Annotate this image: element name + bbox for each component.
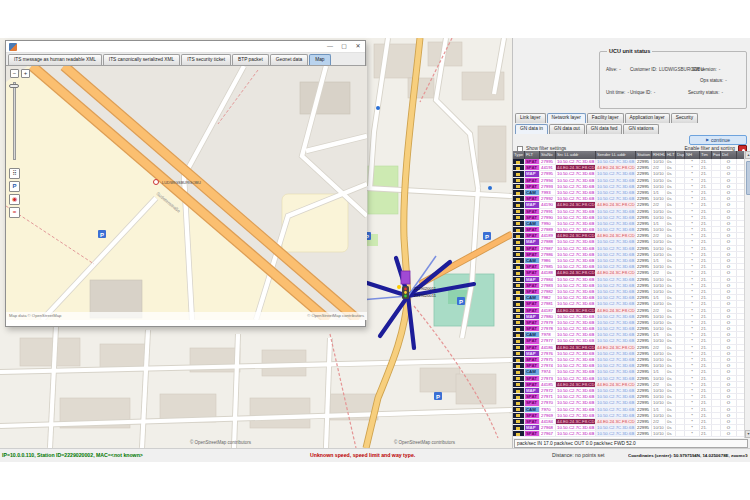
table-cell: *	[685, 332, 700, 337]
table-cell	[676, 413, 685, 418]
table-cell	[712, 184, 721, 189]
column-header[interactable]: Station	[636, 151, 652, 159]
table-cell: 10.50.C2.7C.3D.6B	[596, 400, 636, 405]
table-cell: *	[685, 425, 700, 430]
table-cell	[676, 431, 685, 436]
zoom-slider-knob[interactable]	[9, 84, 19, 88]
table-cell: 22995	[636, 369, 652, 374]
table-scrollbar[interactable]: ▲ ▼	[744, 151, 750, 438]
table-cell: O	[721, 295, 737, 300]
popup-map[interactable]: Sudetenstraße LUDWIGSBURGOBU P − + ⠿ P ◉…	[6, 66, 367, 320]
table-cell: 10/10	[652, 264, 666, 269]
tab-its-canonically-serialized-xml[interactable]: ITS canonically serialized XML	[103, 54, 180, 65]
table-cell: 0s	[666, 209, 676, 214]
table-cell: 27981	[540, 301, 556, 306]
column-header[interactable]: Fwd	[712, 151, 721, 159]
target-button[interactable]: ◉	[9, 194, 20, 205]
rsu-marker[interactable]	[154, 180, 159, 185]
message-type-badge: SPAT	[525, 159, 540, 164]
table-cell: 1/1	[652, 258, 666, 263]
tab-its-security-ticket[interactable]: ITS security ticket	[181, 54, 231, 65]
warning-status: Unknown speed, speed limit and way type.	[310, 449, 415, 462]
scroll-up-icon[interactable]: ▲	[745, 151, 750, 159]
ucu-field: Unit time:-	[606, 90, 629, 95]
table-cell: 22995	[636, 178, 652, 183]
tab-facility-layer[interactable]: Facility layer	[587, 113, 624, 123]
tab-gn-data-out[interactable]: GN data out	[549, 124, 585, 134]
table-cell: O	[721, 196, 737, 201]
packet-type-icon	[513, 178, 525, 183]
scrollbar-thumb[interactable]	[746, 161, 750, 195]
message-type-badge: SPAT	[525, 178, 540, 183]
routes-button[interactable]: =	[9, 207, 20, 218]
packet-type-icon	[513, 357, 525, 362]
message-type-badge: MAP	[525, 314, 540, 319]
table-cell: O	[721, 289, 737, 294]
column-header[interactable]: RH/HL	[652, 151, 666, 159]
zoom-in-button[interactable]: +	[21, 69, 30, 78]
table-cell: 10.50.C2.7C.3D.6B	[596, 326, 636, 331]
scroll-down-icon[interactable]: ▼	[745, 430, 750, 438]
table-cell: 10/10	[652, 400, 666, 405]
column-header[interactable]: Type	[513, 151, 525, 159]
table-cell: 10.50.C2.7C.3D.6B	[556, 357, 596, 362]
table-cell: 10.50.C2.7C.3D.6B	[556, 431, 596, 436]
layers-button[interactable]: ⠿	[9, 168, 20, 179]
tab-its-message-as-human-readable-xml[interactable]: ITS message as human readable XML	[8, 54, 102, 65]
zoom-slider[interactable]	[13, 82, 16, 160]
table-cell: 10/10	[652, 283, 666, 288]
close-button[interactable]: ✕	[351, 41, 365, 53]
table-cell	[676, 264, 685, 269]
column-header[interactable]: FLT	[525, 151, 540, 159]
table-cell: *	[685, 239, 700, 244]
tab-gn-stations[interactable]: GN stations	[623, 124, 658, 134]
column-header[interactable]: StaNo	[540, 151, 556, 159]
tab-btp-packet[interactable]: BTP packet	[232, 54, 269, 65]
table-cell: 21.	[700, 382, 712, 387]
table-cell: 10.50.C2.7C.3D.6B	[596, 252, 636, 257]
tab-application-layer[interactable]: Application layer	[625, 113, 670, 123]
field-value: -	[725, 78, 727, 83]
zoom-out-button[interactable]: −	[10, 69, 19, 78]
table-cell	[676, 407, 685, 412]
column-header[interactable]: Src LL addr	[556, 151, 596, 159]
tab-gn-data-in[interactable]: GN data in	[515, 124, 548, 134]
tab-network-layer[interactable]: Network layer	[547, 113, 586, 123]
packet-type-icon	[513, 277, 525, 282]
table-cell: O	[721, 202, 737, 207]
maximize-button[interactable]: ▢	[337, 41, 351, 53]
continue-button[interactable]: ▶ continue	[689, 135, 747, 146]
ucu-field: SW version:-	[692, 67, 720, 72]
table-cell: 21.	[700, 171, 712, 176]
table-cell: 2/2	[652, 308, 666, 313]
column-header[interactable]: Dup	[676, 151, 685, 159]
table-cell: 27976	[540, 351, 556, 356]
column-header[interactable]: Sender LL addr	[596, 151, 636, 159]
tab-map[interactable]: Map	[309, 54, 330, 65]
station-marker[interactable]	[401, 271, 410, 284]
table-cell: 0s	[666, 264, 676, 269]
table-cell: O	[721, 190, 737, 195]
packet-table[interactable]: SPAT2799510.50.C2.7C.3D.6B10.50.C2.7C.3D…	[513, 159, 744, 438]
table-cell: 7970	[540, 407, 556, 412]
parking-layer-button[interactable]: P	[9, 181, 20, 192]
column-header[interactable]: NH	[685, 151, 700, 159]
tab-geonet-data[interactable]: Geonet data	[270, 54, 308, 65]
table-cell: 10.50.C2.7C.3D.6B	[556, 215, 596, 220]
table-cell	[712, 338, 721, 343]
table-cell: 10/10	[652, 301, 666, 306]
table-row[interactable]: SPAT2796710.50.C2.7C.3D.6B10.50.C2.7C.3D…	[513, 431, 744, 437]
tab-security[interactable]: Security	[671, 113, 698, 123]
table-cell: *	[685, 394, 700, 399]
table-cell: 22995	[636, 400, 652, 405]
tab-link-layer[interactable]: Link layer	[515, 113, 546, 123]
popup-titlebar[interactable]: — ▢ ✕	[6, 41, 365, 53]
tab-gn-data-fwd[interactable]: GN data fwd	[586, 124, 623, 134]
column-header[interactable]: Tim	[700, 151, 712, 159]
column-header[interactable]: HLT	[666, 151, 676, 159]
table-cell: 10.50.C2.7C.3D.6B	[596, 258, 636, 263]
table-cell: 0s	[666, 283, 676, 288]
minimize-button[interactable]: —	[323, 41, 337, 53]
column-header[interactable]: Del	[721, 151, 737, 159]
table-cell: 0s	[666, 190, 676, 195]
